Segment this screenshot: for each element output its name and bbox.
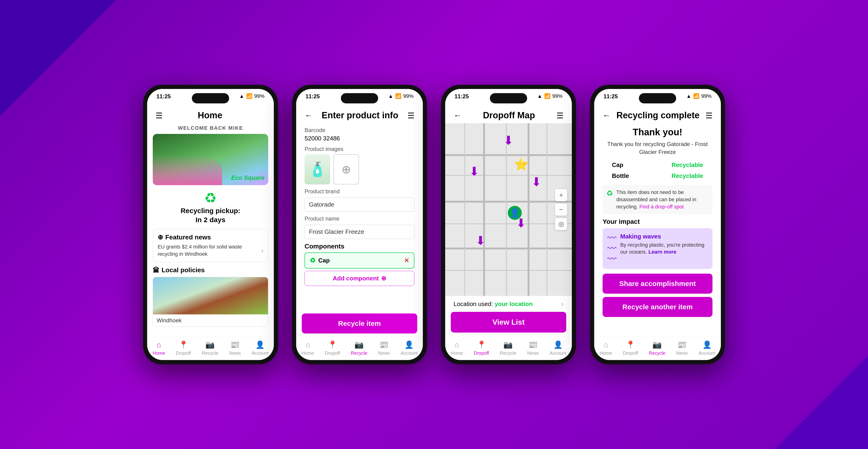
nav-recycle-4[interactable]: 📷 Recycle	[649, 340, 665, 356]
bottom-nav-2: ⌂ Home 📍 Dropoff 📷 Recycle 📰 News 👤 Acco…	[296, 337, 423, 360]
map-pin-3[interactable]: ⬇	[531, 175, 541, 189]
back-icon-4[interactable]: ←	[602, 111, 611, 120]
signal-icon-2: ▲	[388, 93, 393, 99]
product-brand-input[interactable]	[305, 198, 414, 212]
recycle-another-button[interactable]: Recycle another item	[602, 297, 712, 317]
policy-card[interactable]: Windhoek	[153, 277, 268, 327]
product-form: Barcode 52000 32486 Product images 🧴 ⊕ P…	[296, 123, 423, 310]
add-image-button[interactable]: ⊕	[333, 154, 359, 184]
menu-icon-2[interactable]: ☰	[407, 111, 414, 120]
phone-1: 11:25 ▲ 📶 99% ☰ Home WELCOME BACK MIKE E…	[143, 85, 278, 364]
bottom-nav-1: ⌂ Home 📍 Dropoff 📷 Recycle 📰 News 👤 Acco…	[147, 337, 274, 360]
menu-icon[interactable]: ☰	[156, 111, 162, 120]
recycle-icon: ♻	[204, 190, 217, 206]
nav-home-3[interactable]: ⌂ Home	[451, 340, 463, 356]
notch-2	[341, 93, 378, 103]
back-icon-3[interactable]: ←	[454, 111, 462, 120]
nav-dropoff[interactable]: 📍 Dropoff	[176, 340, 191, 356]
learn-more-link[interactable]: Learn more	[648, 249, 676, 255]
thankyou-sub: Thank you for recycling Gatorade - Frost…	[602, 140, 712, 156]
nav-account-4[interactable]: 👤 Account	[699, 340, 715, 356]
dropoff-nav-icon-4: 📍	[626, 340, 635, 349]
dropoff-nav-icon: 📍	[179, 340, 188, 349]
plus-circle-icon: ⊕	[158, 233, 163, 241]
nav-dropoff-2[interactable]: 📍 Dropoff	[325, 340, 340, 356]
notch-4	[639, 93, 676, 103]
bottle-row: Bottle Recyclable	[602, 171, 712, 181]
user-location-pin: 👤	[508, 206, 522, 220]
pickup-line2: In 2 days	[181, 215, 241, 224]
home-nav-label-3: Home	[451, 351, 463, 356]
recycle-item-button[interactable]: Recycle item	[302, 313, 417, 333]
menu-icon-3[interactable]: ☰	[556, 111, 563, 120]
share-accomplishment-button[interactable]: Share accomplishment	[602, 274, 712, 294]
find-dropoff-link[interactable]: Find a drop-off spot	[639, 204, 684, 210]
pickup-line1: Recycling pickup:	[181, 206, 241, 215]
waves-icon: 〰〰〰	[607, 233, 617, 264]
nav-news-4[interactable]: 📰 News	[676, 340, 688, 356]
news-nav-icon-4: 📰	[677, 340, 687, 349]
location-value: your location	[495, 300, 532, 307]
status-time-2: 11:25	[306, 93, 320, 100]
nav-recycle-3[interactable]: 📷 Recycle	[500, 340, 517, 356]
cap-status: Recyclable	[672, 161, 703, 169]
map-pin-star[interactable]: ⭐	[514, 157, 529, 171]
nav-home-4[interactable]: ⌂ Home	[599, 340, 612, 356]
home-header: ☰ Home	[147, 108, 274, 123]
remove-cap-button[interactable]: ✕	[404, 257, 409, 264]
nav-recycle-2[interactable]: 📷 Recycle	[351, 340, 367, 356]
nav-home[interactable]: ⌂ Home	[153, 340, 165, 356]
map-container[interactable]: ⬇ ⬇ ⭐ ⬇ ⬇ ⬇ 👤 + − ◎	[445, 123, 572, 296]
wifi-icon-4: 📶	[693, 93, 700, 99]
news-nav-label-2: News	[378, 351, 390, 356]
view-list-button[interactable]: View List	[451, 312, 566, 333]
nav-dropoff-4[interactable]: 📍 Dropoff	[623, 340, 638, 356]
news-nav-icon-3: 📰	[528, 340, 537, 349]
product-name-input[interactable]	[305, 225, 414, 239]
nav-account-2[interactable]: 👤 Account	[401, 340, 417, 356]
bottle-icon: 🧴	[309, 161, 326, 178]
status-icons-2: ▲ 📶 99%	[388, 93, 413, 99]
impact-card: 〰〰〰 Making waves By recycling plastic, y…	[602, 228, 712, 269]
back-icon-2[interactable]: ←	[305, 111, 312, 120]
battery-icon: 99%	[254, 93, 265, 99]
account-nav-label: Account	[252, 351, 269, 356]
account-nav-icon-4: 👤	[703, 340, 712, 349]
map-pin-5[interactable]: ⬇	[475, 234, 486, 247]
locate-button[interactable]: ◎	[555, 218, 567, 230]
dropoff-nav-label: Dropoff	[176, 351, 191, 356]
map-pin-1[interactable]: ⬇	[503, 133, 514, 147]
zoom-in-button[interactable]: +	[555, 189, 567, 201]
nav-home-2[interactable]: ⌂ Home	[302, 340, 314, 356]
nav-account-3[interactable]: 👤 Account	[550, 340, 566, 356]
product-brand-label: Product brand	[305, 188, 414, 195]
home-nav-icon-4: ⌂	[603, 340, 608, 349]
recycle-nav-label-4: Recycle	[649, 351, 665, 356]
complete-screen: Thank you! Thank you for recycling Gator…	[594, 123, 721, 337]
nav-account[interactable]: 👤 Account	[252, 340, 269, 356]
components-table: Cap Recyclable Bottle Recyclable	[602, 159, 712, 181]
featured-news-card[interactable]: ⊕ Featured news EU grants $2.4 million f…	[153, 229, 268, 262]
cap-component-tag[interactable]: ♻ Cap ✕	[305, 252, 414, 269]
nav-news-3[interactable]: 📰 News	[527, 340, 539, 356]
nav-news-2[interactable]: 📰 News	[378, 340, 390, 356]
phone-4: 11:25 ▲ 📶 99% ← Recycling complete ☰ Tha…	[590, 85, 725, 364]
notch-1	[192, 93, 229, 103]
zoom-out-button[interactable]: −	[555, 204, 567, 216]
recycling-info: ♻ Recycling pickup: In 2 days	[147, 190, 274, 224]
account-nav-icon-2: 👤	[404, 340, 414, 349]
phone-2: 11:25 ▲ 📶 99% ← Enter product info ☰ Bar…	[292, 85, 427, 364]
map-pin-2[interactable]: ⬇	[469, 164, 479, 178]
news-nav-label: News	[229, 351, 241, 356]
location-chevron[interactable]: ›	[561, 300, 563, 308]
dropoff-nav-icon-3: 📍	[477, 340, 486, 349]
map-title: Dropoff Map	[462, 110, 556, 120]
product-image-thumb[interactable]: 🧴	[305, 154, 330, 184]
nav-recycle[interactable]: 📷 Recycle	[202, 340, 218, 356]
home-nav-icon-2: ⌂	[306, 340, 310, 349]
recycle-nav-label-2: Recycle	[351, 351, 367, 356]
nav-dropoff-3[interactable]: 📍 Dropoff	[474, 340, 489, 356]
menu-icon-4[interactable]: ☰	[706, 111, 712, 120]
nav-news[interactable]: 📰 News	[229, 340, 241, 356]
add-component-button[interactable]: Add component ⊕	[305, 271, 414, 286]
